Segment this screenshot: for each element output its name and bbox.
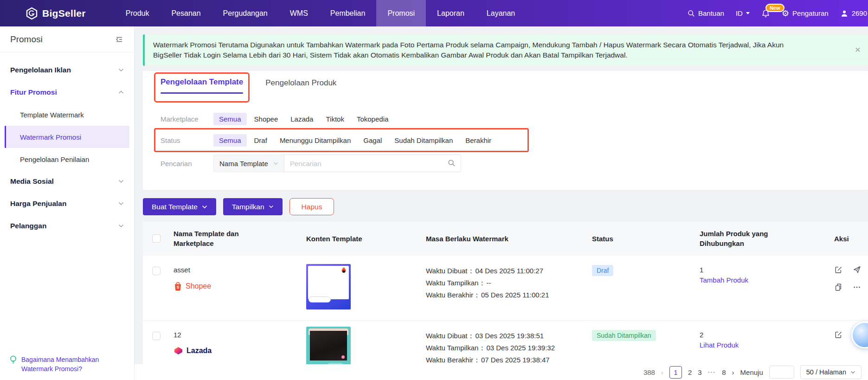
new-badge: New: [765, 4, 784, 12]
shopee-icon: S: [174, 281, 182, 291]
sidebar-item-pengelolaan-penilaian[interactable]: Pengelolaan Penilaian: [5, 148, 129, 170]
tab-pengelolaan-produk[interactable]: Pengelolaan Produk: [265, 77, 336, 88]
status-badge: Draf: [592, 265, 613, 276]
marketplace-name: Shopee: [186, 282, 211, 290]
delete-button[interactable]: Hapus: [289, 198, 334, 215]
more-actions-icon[interactable]: [853, 283, 861, 291]
goto-page-input[interactable]: [769, 366, 794, 379]
collapse-sidebar-icon[interactable]: [115, 35, 124, 44]
select-all-checkbox[interactable]: [152, 234, 161, 243]
header-status: Status: [592, 234, 700, 244]
status-option-sudah-ditampilkan[interactable]: Sudah Ditampilkan: [394, 136, 453, 144]
status-option-semua[interactable]: Semua: [213, 134, 247, 147]
template-thumbnail: [306, 264, 351, 309]
create-template-button[interactable]: Buat Template: [143, 198, 216, 215]
search-filter-row: Pencarian Nama Template: [161, 155, 868, 172]
nav-item-produk[interactable]: Produk: [115, 0, 161, 26]
delete-label: Hapus: [302, 203, 322, 211]
page-8-button[interactable]: 8: [722, 368, 726, 376]
sidebar-item-media-sosial[interactable]: Media Sosial: [5, 170, 129, 193]
search-filter-label: Pencarian: [161, 160, 213, 167]
sidebar-item-watermark-promosi[interactable]: Watermark Promosi: [5, 126, 129, 148]
chevron-down-icon: [118, 224, 124, 228]
settings-label: Pengaturan: [792, 9, 829, 17]
row-checkbox[interactable]: [152, 267, 161, 275]
search-input[interactable]: [284, 155, 461, 172]
help-button[interactable]: Bantuan: [688, 9, 724, 17]
language-selector[interactable]: ID: [736, 9, 750, 17]
brand-name: BigSeller: [42, 8, 86, 19]
nav-item-pesanan[interactable]: Pesanan: [160, 0, 212, 26]
status-option-berakhir[interactable]: Berakhir: [465, 136, 491, 144]
settings-button[interactable]: ⚙ Pengaturan: [782, 9, 829, 18]
edit-icon[interactable]: [834, 330, 842, 339]
search-icon[interactable]: [448, 159, 456, 167]
copy-icon[interactable]: [834, 283, 842, 291]
status-option-gagal[interactable]: Gagal: [363, 136, 382, 144]
marketplace-option-tiktok[interactable]: Tiktok: [326, 115, 344, 123]
time-label: Waktu Berakhir：: [426, 289, 480, 301]
create-template-label: Buat Template: [152, 203, 198, 211]
notifications-button[interactable]: New: [761, 9, 770, 18]
sidebar-item-fitur-promosi[interactable]: Fitur Promosi: [5, 81, 129, 103]
search-field-value: Nama Template: [219, 160, 268, 167]
status-option-draf[interactable]: Draf: [254, 136, 267, 144]
close-icon[interactable]: ×: [855, 45, 861, 54]
marketplace-option-semua[interactable]: Semua: [213, 113, 247, 125]
send-icon[interactable]: [853, 265, 861, 274]
user-account-button[interactable]: 2690: [840, 9, 867, 18]
template-name: 12: [174, 331, 306, 339]
tab-pengelolaan-template[interactable]: Pengelolaan Template: [161, 77, 243, 94]
sidebar-item-pengelolaan-iklan[interactable]: Pengelolaan Iklan: [5, 59, 129, 81]
row-checkbox[interactable]: [152, 332, 161, 340]
sidebar-header: Promosi: [0, 26, 134, 52]
linked-product-count: 2: [700, 331, 834, 339]
nav-item-layanan[interactable]: Layanan: [476, 0, 526, 26]
add-product-link[interactable]: Tambah Produk: [700, 276, 834, 284]
help-link-label: Bagaimana Menambahkan Watermark Promosi?: [21, 355, 104, 374]
sidebar: Promosi Pengelolaan Iklan Fitur Promosi …: [0, 26, 135, 380]
view-product-link[interactable]: Lihat Produk: [700, 341, 834, 349]
next-page-button[interactable]: ›: [732, 368, 734, 376]
time-label: Waktu Tampilkan：: [426, 277, 485, 289]
show-button[interactable]: Tampilkan: [223, 198, 283, 215]
nav-item-wms[interactable]: WMS: [279, 0, 319, 26]
help-label: Bantuan: [698, 9, 724, 17]
page-2-button[interactable]: 2: [688, 368, 692, 376]
marketplace-option-lazada[interactable]: Lazada: [290, 115, 313, 123]
prev-page-button[interactable]: ‹: [661, 368, 663, 376]
status-filter-label: Status: [161, 136, 213, 144]
nav-item-laporan[interactable]: Laporan: [426, 0, 476, 26]
sidebar-item-pelanggan[interactable]: Pelanggan: [5, 215, 129, 237]
header-validity: Masa Berlaku Watermark: [426, 234, 592, 244]
marketplace-option-tokopedia[interactable]: Tokopedia: [357, 115, 388, 123]
pagination-bar: 388 ‹ 1 2 3 ••• 8 › Menuju 50 / Halaman: [135, 364, 868, 380]
header-count: Jumlah Produk yang Dihubungkan: [700, 229, 783, 248]
status-option-menunggu-ditampilkan[interactable]: Menunggu Ditampilkan: [280, 136, 351, 144]
marketplace-name: Lazada: [186, 347, 212, 355]
sidebar-item-label: Template Watermark: [20, 111, 84, 119]
how-to-add-watermark-link[interactable]: Bagaimana Menambahkan Watermark Promosi?: [9, 355, 104, 374]
sidebar-item-harga-penjualan[interactable]: Harga Penjualan: [5, 193, 129, 215]
nav-item-pergudangan[interactable]: Pergudangan: [212, 0, 279, 26]
time-label: Waktu Dibuat：: [426, 265, 474, 277]
edit-icon[interactable]: [834, 265, 842, 274]
status-filter-row: Status Semua Draf Menunggu Ditampilkan G…: [161, 131, 868, 149]
header-name: Nama Template dan Marketplace: [174, 229, 259, 248]
template-table: Nama Template dan Marketplace Konten Tem…: [143, 221, 868, 380]
time-value: 05 Des 2025 11:00:21: [481, 289, 549, 301]
header-actions: Aksi: [834, 234, 868, 244]
search-field-select[interactable]: Nama Template: [213, 155, 284, 172]
marketplace-option-shopee[interactable]: Shopee: [254, 115, 278, 123]
chevron-down-icon: [118, 68, 124, 72]
brand-logo: BigSeller: [26, 7, 86, 20]
sidebar-item-label: Fitur Promosi: [10, 88, 57, 97]
page-size-select[interactable]: 50 / Halaman: [800, 365, 862, 379]
nav-item-promosi[interactable]: Promosi: [376, 0, 426, 26]
nav-item-pembelian[interactable]: Pembelian: [319, 0, 377, 26]
sidebar-item-template-watermark[interactable]: Template Watermark: [5, 103, 129, 126]
tab-label: Pengelolaan Produk: [265, 78, 336, 88]
chevron-down-icon: [202, 205, 207, 209]
page-3-button[interactable]: 3: [698, 368, 701, 376]
page-1-current[interactable]: 1: [669, 366, 682, 379]
